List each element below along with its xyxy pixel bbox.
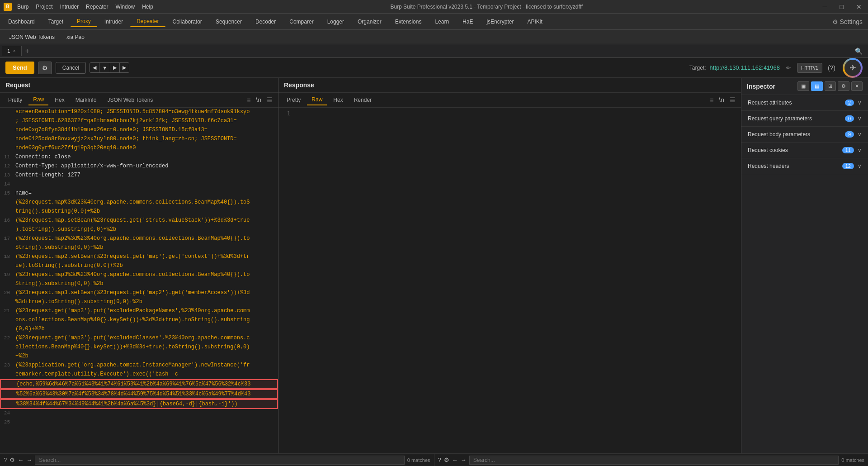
nav-dashboard[interactable]: Dashboard [2,17,41,27]
nav-target[interactable]: Target [42,17,70,27]
nav-repeater[interactable]: Repeater [130,16,165,27]
nav-hae[interactable]: HaE [456,17,479,27]
inspector-view-btn-2[interactable]: ▤ [811,81,823,91]
nav-organizer[interactable]: Organizer [351,17,388,27]
menu-window[interactable]: Window [115,4,135,10]
http-help-icon[interactable]: (?) [828,64,835,71]
request-tab-pretty[interactable]: Pretty [4,95,27,105]
inspector-section-query-label: Request query parameters [748,115,845,122]
response-tab-hex[interactable]: Hex [329,95,347,105]
code-line-cont1: screenResolution=1920x1080; JSESSIONID.5… [0,108,278,117]
request-bottom-back-icon[interactable]: ← [18,456,24,463]
request-menu-icon[interactable]: ☰ [265,95,274,105]
inspector-section-attributes-header[interactable]: Request attributes 2 ∨ [741,95,868,110]
response-area[interactable]: 1 [278,108,741,453]
request-newline-icon[interactable]: \n [254,95,263,105]
request-tab-hex[interactable]: Hex [50,95,69,105]
title-bar-menu: Burp Project Intruder Repeater Window He… [17,4,153,10]
inspector-section-body-arrow: ∨ [858,131,862,138]
response-tab-pretty[interactable]: Pretty [282,95,305,105]
nav-apikit[interactable]: APIKit [521,17,548,27]
nav-comparer[interactable]: Comparer [283,17,320,27]
settings-menu-item[interactable]: ⚙ Settings [829,16,866,27]
menu-intruder[interactable]: Intruder [60,4,79,10]
bottom-bar: ? ⚙ ← → 0 matches ? ⚙ ← → 0 matches [0,453,868,466]
tab-search-icon[interactable]: 🔍 [851,46,866,57]
request-tab-jwt[interactable]: JSON Web Tokens [103,95,157,105]
response-search-matches: 0 matches [841,457,864,463]
request-bottom-settings-icon[interactable]: ⚙ [9,456,15,463]
code-line-25: 25 [0,418,278,427]
request-code-area[interactable]: screenResolution=1920x1080; JSESSIONID.5… [0,108,278,453]
request-bottom-forward-icon[interactable]: → [26,456,32,463]
request-tab-markinfo[interactable]: MarkInfo [71,95,101,105]
inspector-section-cookies-header[interactable]: Request cookies 11 ∨ [741,143,868,158]
http-version-badge[interactable]: HTTP/1 [797,63,822,73]
nav-extensions[interactable]: Extensions [389,17,428,27]
tab-1-close[interactable]: × [13,48,16,53]
menu-project[interactable]: Project [36,4,52,10]
nav-decoder[interactable]: Decoder [249,17,282,27]
nav-forward2-btn[interactable]: ▶ [120,63,129,72]
code-line-18: 18 (%23request.map2.setBean(%23request.g… [0,252,278,262]
response-newline-icon[interactable]: \n [717,95,726,105]
response-bottom-settings-icon[interactable]: ⚙ [444,456,449,463]
nav-dropdown-btn[interactable]: ▼ [99,63,110,72]
response-menu-icon[interactable]: ☰ [728,95,737,105]
minimize-btn[interactable]: ─ [820,2,830,11]
submenu-xiapao[interactable]: xia Pao [61,33,90,42]
submenu-jwt[interactable]: JSON Web Tokens [4,33,60,42]
inspector-section-cookies: Request cookies 11 ∨ [741,143,868,158]
response-bottom-back-icon[interactable]: ← [452,456,458,463]
request-search-input[interactable] [35,456,405,465]
nav-sequencer[interactable]: Sequencer [209,17,248,27]
send-button[interactable]: Send [5,62,34,74]
request-wordwrap-icon[interactable]: ≡ [245,95,252,105]
response-bottom-help-icon[interactable]: ? [438,456,441,463]
globe-icon[interactable]: ✈ [843,58,863,78]
nav-history-group: ◀ ▼ ▶ ▶ [90,62,129,73]
inspector-section-headers-header[interactable]: Request headers 12 ∨ [741,158,868,174]
code-line-20b: %3d+true).toString().substring(0,0)+%2b [0,298,278,307]
cancel-button[interactable]: Cancel [56,62,86,74]
nav-learn[interactable]: Learn [429,17,455,27]
menu-burp[interactable]: Burp [17,4,28,10]
maximize-btn[interactable]: □ [837,2,846,11]
menu-help[interactable]: Help [142,4,153,10]
inspector-section-body-header[interactable]: Request body parameters 9 ∨ [741,127,868,142]
nav-back-btn[interactable]: ◀ [90,63,99,72]
tab-add-btn[interactable]: + [22,45,33,57]
toolbar: Send ⚙ Cancel ◀ ▼ ▶ ▶ Target: http://8.1… [0,58,868,78]
request-bottom-help-icon[interactable]: ? [4,456,7,463]
inspector-close-btn[interactable]: ✕ [851,81,863,91]
inspector-settings-btn[interactable]: ⚙ [838,81,849,91]
response-search-input[interactable] [469,456,839,465]
response-tab-raw[interactable]: Raw [307,95,327,105]
inspector-section-query-arrow: ∨ [858,115,862,122]
code-line-16: 16 (%23request.map.setBean(%23request.ge… [0,216,278,225]
title-bar-left: B Burp Project Intruder Repeater Window … [4,3,153,11]
response-tab-render[interactable]: Render [349,95,376,105]
nav-intruder[interactable]: Intruder [98,17,129,27]
nav-jsencrypter[interactable]: jsEncrypter [480,17,520,27]
send-options-button[interactable]: ⚙ [38,62,52,74]
nav-logger[interactable]: Logger [321,17,350,27]
close-btn[interactable]: ✕ [854,2,864,11]
code-line-cont3: node0xg7o8fyn38d41h19muex26ect0.node0; J… [0,126,278,135]
response-tab-actions: ≡ \n ☰ [708,95,737,105]
response-bottom-forward-icon[interactable]: → [461,456,467,463]
menu-repeater[interactable]: Repeater [86,4,108,10]
inspector-view-btn-3[interactable]: ⊞ [825,81,836,91]
nav-forward-btn[interactable]: ▶ [110,63,120,72]
inspector-section-query-count: 0 [845,115,854,122]
inspector-section-query-header[interactable]: Request query parameters 0 ∨ [741,111,868,126]
request-tab-raw[interactable]: Raw [28,95,48,105]
edit-target-icon[interactable]: ✏ [786,65,791,71]
nav-proxy[interactable]: Proxy [71,16,97,27]
response-wordwrap-icon[interactable]: ≡ [708,95,715,105]
globe-inner: ✈ [844,60,861,76]
inspector-view-btn-1[interactable]: ▣ [797,81,809,91]
nav-collaborator[interactable]: Collaborator [166,17,208,27]
inspector-section-cookies-arrow: ∨ [858,147,862,153]
tab-1[interactable]: 1 × [2,46,22,56]
